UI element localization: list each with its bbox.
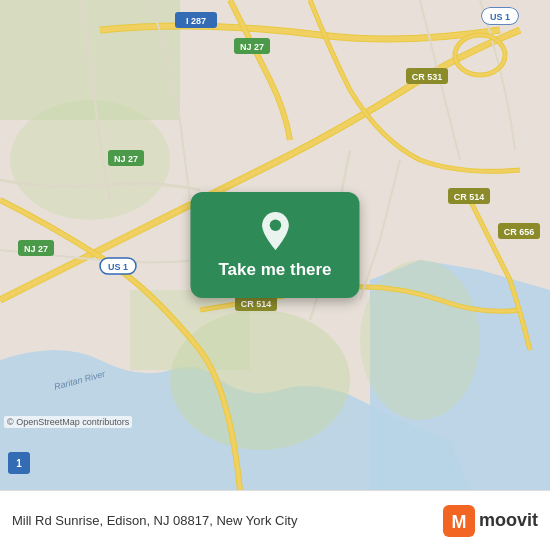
address-text: Mill Rd Sunrise, Edison, NJ 08817, New Y…: [12, 513, 443, 528]
bottom-bar: Mill Rd Sunrise, Edison, NJ 08817, New Y…: [0, 490, 550, 550]
svg-text:I 287: I 287: [186, 16, 206, 26]
map-container: I 287 US 1 NJ 27 NJ 27 NJ 27 CR 531 CR 5…: [0, 0, 550, 490]
take-me-there-button[interactable]: Take me there: [190, 192, 359, 298]
svg-rect-6: [130, 290, 250, 370]
moovit-icon: M: [443, 505, 475, 537]
svg-text:CR 531: CR 531: [412, 72, 443, 82]
svg-point-5: [360, 260, 480, 420]
take-me-there-overlay[interactable]: Take me there: [190, 192, 359, 298]
svg-text:US 1: US 1: [490, 12, 510, 22]
svg-point-3: [10, 100, 170, 220]
svg-text:1: 1: [16, 458, 22, 469]
svg-text:NJ 27: NJ 27: [114, 154, 138, 164]
svg-text:NJ 27: NJ 27: [24, 244, 48, 254]
svg-text:US 1: US 1: [108, 262, 128, 272]
svg-text:CR 656: CR 656: [504, 227, 535, 237]
svg-text:CR 514: CR 514: [241, 299, 272, 309]
location-pin-icon: [257, 210, 293, 252]
moovit-logo: M moovit: [443, 505, 538, 537]
moovit-text: moovit: [479, 510, 538, 531]
osm-attribution: © OpenStreetMap contributors: [4, 416, 132, 428]
svg-point-34: [269, 220, 280, 231]
take-me-there-label: Take me there: [218, 260, 331, 280]
svg-text:NJ 27: NJ 27: [240, 42, 264, 52]
svg-text:CR 514: CR 514: [454, 192, 485, 202]
svg-text:M: M: [451, 512, 466, 532]
